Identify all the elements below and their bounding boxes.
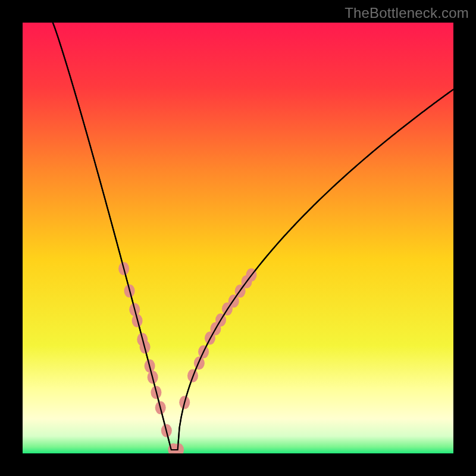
chart-svg: [23, 23, 453, 453]
chart-background: [23, 23, 453, 453]
highlight-dot: [194, 356, 205, 369]
svg-point-15: [194, 356, 205, 369]
chart-outer-frame: TheBottleneck.com: [0, 0, 476, 476]
watermark-label: TheBottleneck.com: [345, 5, 469, 21]
chart-plot-area: [23, 23, 453, 453]
